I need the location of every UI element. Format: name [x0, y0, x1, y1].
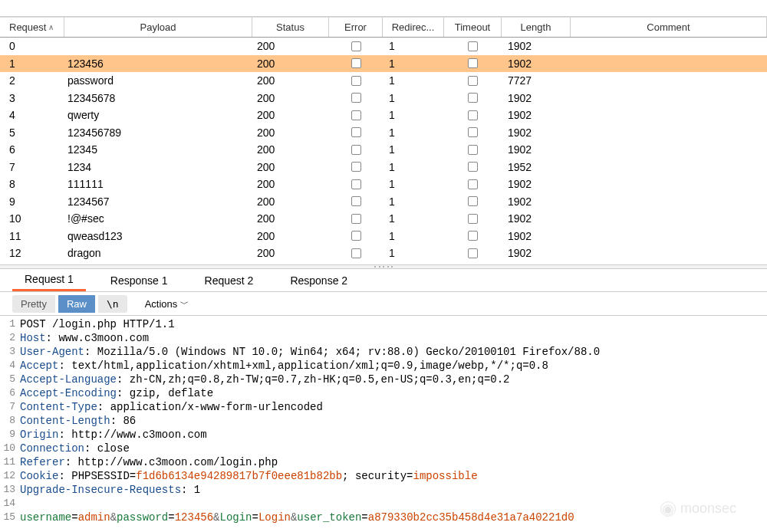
line-content: Accept-Encoding: gzip, deflate [20, 386, 767, 400]
line-content: POST /login.php HTTP/1.1 [20, 317, 767, 331]
table-row[interactable]: 31234567820011902 [0, 90, 767, 107]
cell-payload: 111111 [64, 176, 252, 193]
editor-line: 7Content-Type: application/x-www-form-ur… [0, 400, 767, 414]
timeout-checkbox[interactable] [468, 41, 478, 51]
line-number: 15 [0, 511, 20, 524]
cell-length: 1902 [502, 245, 571, 262]
request-editor[interactable]: 1POST /login.php HTTP/1.12Host: www.c3mo… [0, 315, 767, 526]
line-number: 9 [0, 428, 20, 442]
line-number: 11 [0, 455, 20, 469]
table-row[interactable]: 811111120011902 [0, 176, 767, 193]
timeout-checkbox[interactable] [468, 196, 478, 206]
timeout-checkbox[interactable] [468, 76, 478, 86]
editor-line: 14 [0, 497, 767, 511]
column-header-request[interactable]: Request∧ [0, 18, 64, 37]
line-number: 12 [0, 469, 20, 483]
cell-comment [571, 210, 767, 228]
error-checkbox[interactable] [351, 231, 361, 241]
column-header-status[interactable]: Status [252, 18, 329, 37]
table-row[interactable]: 12dragon20011902 [0, 245, 767, 262]
tab-response-1[interactable]: Response 1 [98, 269, 180, 291]
editor-line: 3User-Agent: Mozilla/5.0 (Windows NT 10.… [0, 345, 767, 359]
line-content: Referer: http://www.c3moon.com/login.php [20, 455, 767, 469]
cell-redirec: 1 [383, 141, 444, 159]
cell-status: 200 [252, 124, 329, 142]
tab-response-2[interactable]: Response 2 [278, 269, 360, 291]
cell-comment [571, 124, 767, 142]
error-checkbox[interactable] [351, 196, 361, 206]
cell-timeout [444, 90, 502, 107]
table-row[interactable]: 112345620011902 [0, 55, 767, 73]
timeout-checkbox[interactable] [468, 162, 478, 172]
line-number: 1 [0, 317, 20, 331]
table-row[interactable]: 4qwerty20011902 [0, 107, 767, 124]
error-checkbox[interactable] [351, 179, 361, 189]
cell-request: 3 [0, 90, 64, 107]
pretty-button[interactable]: Pretty [12, 295, 55, 313]
cell-timeout [444, 107, 502, 124]
cell-redirec: 1 [383, 124, 444, 142]
error-checkbox[interactable] [351, 41, 361, 51]
timeout-checkbox[interactable] [468, 248, 478, 258]
cell-comment [571, 107, 767, 124]
error-checkbox[interactable] [351, 127, 361, 137]
timeout-checkbox[interactable] [468, 214, 478, 224]
error-checkbox[interactable] [351, 110, 361, 120]
cell-status: 200 [252, 245, 329, 262]
cell-length: 1902 [502, 124, 571, 142]
cell-comment [571, 72, 767, 90]
table-row[interactable]: 512345678920011902 [0, 124, 767, 142]
cell-payload: qwerty [64, 107, 252, 124]
newline-toggle-button[interactable]: \n [98, 295, 127, 313]
actions-dropdown[interactable]: Actions ﹀ [137, 295, 198, 313]
editor-line: 13Upgrade-Insecure-Requests: 1 [0, 483, 767, 497]
table-row[interactable]: 11qweasd12320011902 [0, 228, 767, 245]
column-header-length[interactable]: Length [502, 18, 571, 37]
error-checkbox[interactable] [351, 76, 361, 86]
table-row[interactable]: 7123420011952 [0, 159, 767, 176]
cell-error [329, 210, 383, 228]
timeout-checkbox[interactable] [468, 179, 478, 189]
cell-timeout [444, 228, 502, 245]
column-header-redirections[interactable]: Redirec... [383, 18, 444, 37]
line-content: Accept: text/html,application/xhtml+xml,… [20, 359, 767, 373]
column-header-comment[interactable]: Comment [571, 18, 767, 37]
editor-line: 1POST /login.php HTTP/1.1 [0, 317, 767, 331]
error-checkbox[interactable] [351, 58, 361, 68]
error-checkbox[interactable] [351, 162, 361, 172]
cell-payload: 12345 [64, 141, 252, 159]
column-header-error[interactable]: Error [329, 18, 383, 37]
column-header-payload[interactable]: Payload [64, 18, 252, 37]
cell-redirec: 1 [383, 38, 444, 55]
cell-error [329, 245, 383, 262]
error-checkbox[interactable] [351, 93, 361, 103]
table-row[interactable]: 9123456720011902 [0, 193, 767, 211]
cell-length: 1902 [502, 228, 571, 245]
timeout-checkbox[interactable] [468, 145, 478, 155]
line-content: Upgrade-Insecure-Requests: 1 [20, 483, 767, 497]
watermark-icon: ◉ [660, 501, 676, 517]
timeout-checkbox[interactable] [468, 127, 478, 137]
raw-button[interactable]: Raw [58, 295, 95, 313]
table-row[interactable]: 2password20017727 [0, 72, 767, 90]
cell-redirec: 1 [383, 107, 444, 124]
line-content: Cookie: PHPSESSID=f1d6b6134e94289817b7f0… [20, 469, 767, 483]
column-header-timeout[interactable]: Timeout [444, 18, 502, 37]
line-number: 4 [0, 359, 20, 373]
editor-line: 4Accept: text/html,application/xhtml+xml… [0, 359, 767, 373]
cell-timeout [444, 72, 502, 90]
line-number: 3 [0, 345, 20, 359]
error-checkbox[interactable] [351, 214, 361, 224]
table-row[interactable]: 61234520011902 [0, 141, 767, 159]
tab-request-1[interactable]: Request 1 [12, 269, 86, 291]
tab-request-2[interactable]: Request 2 [193, 269, 266, 291]
timeout-checkbox[interactable] [468, 110, 478, 120]
timeout-checkbox[interactable] [468, 58, 478, 68]
table-row[interactable]: 10!@#sec20011902 [0, 210, 767, 228]
timeout-checkbox[interactable] [468, 231, 478, 241]
cell-comment [571, 55, 767, 73]
timeout-checkbox[interactable] [468, 93, 478, 103]
table-row[interactable]: 020011902 [0, 38, 767, 55]
error-checkbox[interactable] [351, 248, 361, 258]
error-checkbox[interactable] [351, 145, 361, 155]
